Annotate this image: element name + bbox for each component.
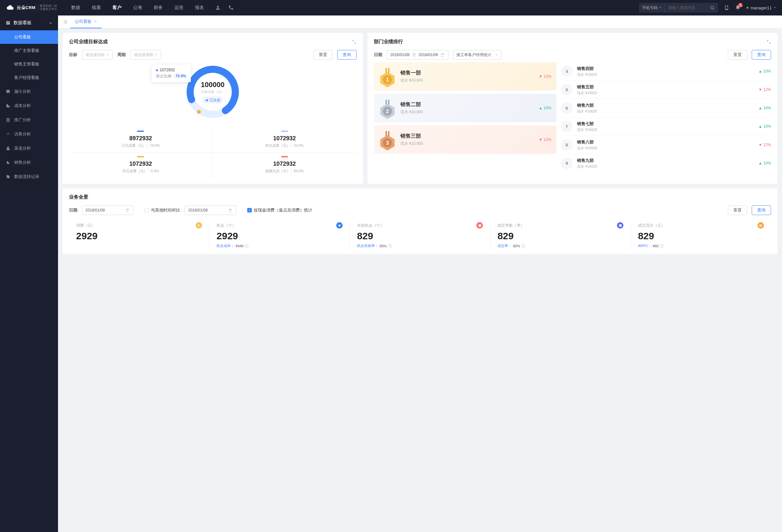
- expand-icon[interactable]: [352, 40, 356, 44]
- rank-row[interactable]: 8销售八部流水 ¥19020▼ 12%: [561, 135, 771, 154]
- nav-item-4[interactable]: 财务: [152, 0, 164, 15]
- sidebar-item[interactable]: 访客分析: [0, 127, 58, 141]
- chevron-down-icon: [659, 6, 662, 9]
- help-icon[interactable]: ?: [521, 244, 525, 248]
- notification-badge: 5: [738, 3, 743, 7]
- expand-icon[interactable]: [767, 40, 771, 44]
- kpi-value: 829: [357, 230, 483, 242]
- reset-button[interactable]: 重置: [313, 50, 333, 60]
- period-select[interactable]: 请选择周期: [130, 50, 161, 60]
- device-icon[interactable]: [724, 4, 729, 11]
- sidebar-sub-item[interactable]: 销售主管看板: [0, 58, 58, 71]
- sidebar-item[interactable]: 数据流转记录: [0, 170, 58, 184]
- user-menu[interactable]: manager11: [747, 5, 776, 10]
- sidebar-item[interactable]: 渠道分析: [0, 141, 58, 155]
- rank-card-top[interactable]: 2销售二部流水 ¥10,900▲ 10%: [374, 94, 557, 122]
- calendar-icon: [126, 208, 130, 212]
- sidebar-item[interactable]: 成本分析: [0, 99, 58, 113]
- rank-card-top[interactable]: 3销售三部流水 ¥10,900▼ 12%: [374, 126, 557, 154]
- help-icon[interactable]: ?: [388, 244, 392, 248]
- nav-item-5[interactable]: 运营: [173, 0, 185, 15]
- nav-item-0[interactable]: 数据: [70, 0, 81, 15]
- stat-type-select[interactable]: 按工单客户经理统计: [453, 50, 501, 60]
- help-icon[interactable]: ?: [660, 244, 664, 248]
- tab-menu-toggle[interactable]: [61, 20, 70, 24]
- reset-button[interactable]: 重置: [728, 50, 747, 60]
- date-picker-2[interactable]: 2018/01/08: [185, 205, 236, 215]
- sidebar: 数据看板 公司看板推广主管看板销售主管看板客户经理看板 漏斗分析成本分析推广分析…: [0, 15, 58, 532]
- user-icon[interactable]: [215, 5, 221, 11]
- rank-row[interactable]: 9销售九部流水 ¥19020▲ 10%: [561, 154, 771, 172]
- query-button[interactable]: 查询: [752, 205, 771, 215]
- kpi-value: 829: [497, 230, 624, 242]
- chevron-up-icon: [49, 21, 52, 25]
- date-range-picker[interactable]: 2018/01/08 至 2018/01/08: [387, 50, 449, 60]
- chevron-down-icon: [155, 54, 157, 56]
- sidebar-item[interactable]: 推广分析: [0, 113, 58, 127]
- nav-item-6[interactable]: 报名: [194, 0, 205, 15]
- target-label: 目标: [69, 52, 77, 58]
- search-button[interactable]: [707, 5, 718, 10]
- compare-checkbox[interactable]: 与其他时间对比: [144, 207, 180, 213]
- dashboard-icon: [6, 21, 10, 25]
- donut-center-value: 100000: [201, 81, 224, 89]
- rank-number: 8: [561, 139, 572, 150]
- reset-button[interactable]: 重置: [728, 205, 747, 215]
- logo-text: 云朵CRM: [17, 5, 35, 11]
- kpi-icon: [196, 222, 202, 228]
- cash-checkbox[interactable]: 按现金消费（返点后消费）统计: [247, 207, 312, 213]
- rank-card-top[interactable]: 1销售一部流水 ¥10,900▼ 12%: [374, 62, 557, 91]
- top-nav: 数据线索客户公海财务运营报名: [70, 0, 205, 15]
- side-icon: [6, 174, 10, 179]
- sidebar-item[interactable]: 销售分析: [0, 155, 58, 170]
- tab-company-board[interactable]: 公司看板 ✕: [70, 15, 102, 28]
- close-icon[interactable]: ✕: [94, 19, 97, 24]
- notification-icon[interactable]: 5: [735, 5, 741, 11]
- phone-icon[interactable]: [228, 5, 234, 11]
- target-select[interactable]: 请选择目标: [82, 50, 113, 60]
- sidebar-sub-item[interactable]: 客户经理看板: [0, 71, 58, 84]
- query-button[interactable]: 查询: [752, 50, 771, 60]
- cloud-icon: [6, 4, 15, 11]
- search-icon: [710, 5, 715, 10]
- rank-number: 4: [561, 66, 572, 77]
- kpi-value: 829: [638, 230, 764, 242]
- nav-item-1[interactable]: 线索: [91, 0, 102, 15]
- trend-badge: ▲ 10%: [539, 106, 551, 110]
- date-picker-1[interactable]: 2018/01/08: [82, 205, 134, 215]
- rank-row[interactable]: 5销售五部流水 ¥19020▼ 12%: [561, 80, 771, 99]
- chevron-down-icon: [774, 6, 776, 9]
- goal-metric: 1072932未完成量（元）20.9%: [213, 127, 356, 153]
- biz-title: 业务全景: [69, 194, 771, 200]
- kpi-card: 机会（个）2929机会成本：¥948?: [209, 222, 350, 248]
- sidebar-item[interactable]: 漏斗分析: [0, 84, 58, 99]
- sidebar-sub-item[interactable]: 推广主管看板: [0, 44, 58, 58]
- username: manager11: [750, 5, 772, 10]
- sidebar-sub-item[interactable]: 公司看板: [0, 30, 58, 44]
- rank-row[interactable]: 4销售四部流水 ¥19020▲ 10%: [561, 62, 771, 80]
- menu-icon: [63, 20, 68, 24]
- nav-item-2[interactable]: 客户: [111, 0, 123, 15]
- chart-tooltip: 1072932 所占比例：70.9%: [151, 65, 191, 82]
- rank-number: 9: [561, 157, 572, 169]
- side-icon: [6, 132, 10, 136]
- side-icon: [6, 146, 10, 150]
- medal-icon: 3: [379, 131, 396, 148]
- trend-badge: ▼ 12%: [539, 74, 551, 79]
- rank-row[interactable]: 6销售六部流水 ¥19020▲ 10%: [561, 99, 771, 117]
- help-icon[interactable]: ?: [245, 244, 249, 248]
- logo[interactable]: 云朵CRM 教育机构一站式服务云平台: [6, 4, 57, 11]
- rank-card: 部门业绩排行 日期 2018/01/08 至 2018/01/08: [367, 33, 778, 184]
- sidebar-group-header[interactable]: 数据看板: [0, 15, 58, 30]
- goal-metric: 1072932应完成量（元）8.9%: [69, 153, 213, 178]
- query-button[interactable]: 查询: [337, 50, 356, 60]
- search-input[interactable]: [665, 5, 707, 10]
- kpi-card: 消费（元）2929: [69, 222, 209, 248]
- nav-item-3[interactable]: 公海: [132, 0, 143, 15]
- goal-card: 公司业绩目标达成 目标 请选择目标 周期 请选择周期: [63, 33, 363, 184]
- chevron-down-icon: [495, 54, 498, 56]
- date-label: 日期: [374, 52, 382, 58]
- calendar-icon: [441, 53, 445, 57]
- search-type-select[interactable]: 手机号码: [639, 3, 665, 12]
- rank-row[interactable]: 7销售七部流水 ¥19020▲ 10%: [561, 117, 771, 135]
